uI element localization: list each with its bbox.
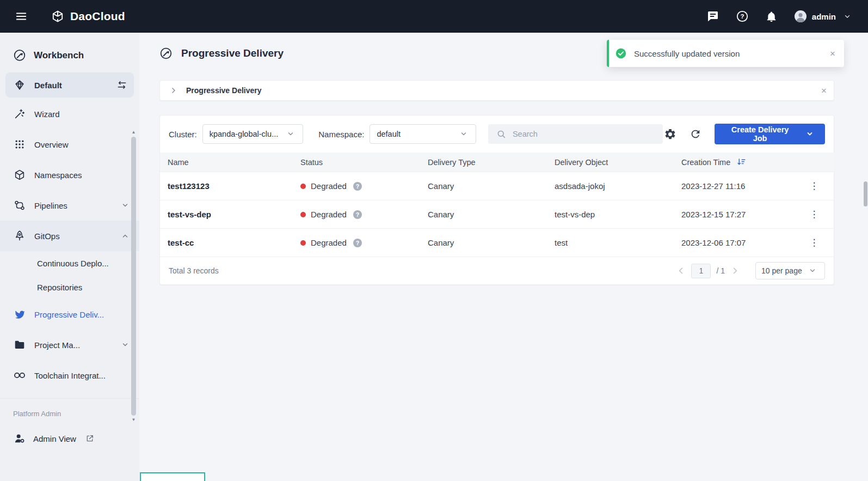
swap-icon[interactable] bbox=[116, 80, 127, 90]
previous-page-icon[interactable] bbox=[676, 266, 686, 276]
progressive-delivery-icon bbox=[159, 45, 173, 62]
table-row: test-cc Degraded ? Canary test 2023-12-0… bbox=[160, 229, 835, 257]
user-menu[interactable]: admin bbox=[794, 7, 854, 26]
job-name[interactable]: test-cc bbox=[160, 229, 293, 257]
search-input[interactable] bbox=[513, 130, 656, 138]
rocket-icon bbox=[13, 230, 26, 242]
status-help-icon[interactable]: ? bbox=[353, 210, 362, 219]
workbench-icon bbox=[13, 48, 26, 63]
sidebar-nav: Default Wizard Overview bbox=[0, 72, 139, 391]
sidebar-item-label: Repositories bbox=[37, 283, 82, 292]
row-actions-kebab-icon[interactable]: ⋮ bbox=[810, 210, 819, 219]
sidebar-item-default[interactable]: Default bbox=[5, 72, 134, 98]
status-help-icon[interactable]: ? bbox=[353, 239, 362, 247]
table-row: test-vs-dep Degraded ? Canary test-vs-de… bbox=[160, 200, 835, 229]
scroll-up-icon[interactable]: ▲ bbox=[132, 130, 136, 135]
create-delivery-job-button[interactable]: Create Delivery Job bbox=[715, 124, 825, 144]
svg-text:?: ? bbox=[740, 13, 744, 20]
per-page-select[interactable]: 10 per page bbox=[755, 262, 825, 279]
sidebar-item-label: Default bbox=[34, 81, 62, 90]
page-total: / 1 bbox=[716, 266, 725, 275]
brand-logo[interactable]: DaoCloud bbox=[51, 8, 125, 25]
sidebar: Workbench Default Wizard bbox=[0, 33, 139, 481]
search-box bbox=[488, 124, 663, 144]
creation-time: 2023-12-15 17:27 bbox=[674, 200, 793, 229]
folder-icon bbox=[13, 339, 26, 351]
topbar-actions: ? admin bbox=[706, 7, 854, 26]
chevron-up-icon bbox=[122, 233, 128, 239]
notifications-icon[interactable] bbox=[765, 10, 778, 23]
namespace-select-value: default bbox=[377, 130, 401, 138]
row-actions-kebab-icon[interactable]: ⋮ bbox=[810, 238, 819, 247]
table-footer: Total 3 records / 1 10 per page bbox=[160, 257, 834, 284]
sidebar-item-repositories[interactable]: Repositories bbox=[0, 275, 139, 299]
status-label: Degraded bbox=[311, 210, 347, 219]
row-actions-kebab-icon[interactable]: ⋮ bbox=[810, 181, 819, 191]
filter-toolbar: Cluster: kpanda-global-clu... Namespace:… bbox=[160, 115, 834, 153]
chevron-down-icon bbox=[284, 131, 297, 137]
sidebar-item-namespaces[interactable]: Namespaces bbox=[0, 160, 139, 190]
messages-icon[interactable] bbox=[706, 10, 719, 23]
status-label: Degraded bbox=[311, 238, 347, 247]
sidebar-scrollbar[interactable]: ▲ ▼ bbox=[130, 130, 137, 423]
table-row: test123123 Degraded ? Canary asdsada-jok… bbox=[160, 172, 835, 200]
sidebar-item-gitops[interactable]: GitOps bbox=[0, 221, 139, 251]
sidebar-item-continuous-deployment[interactable]: Continuous Deplo... bbox=[0, 251, 139, 275]
namespace-select[interactable]: default bbox=[370, 124, 476, 144]
sidebar-item-pipelines[interactable]: Pipelines bbox=[0, 190, 139, 221]
sidebar-item-label: Namespaces bbox=[34, 171, 82, 180]
sidebar-item-label: Overview bbox=[34, 140, 69, 149]
page-title: Progressive Delivery bbox=[181, 47, 284, 59]
sidebar-item-admin-view[interactable]: Admin View bbox=[0, 423, 139, 454]
brand-name: DaoCloud bbox=[70, 10, 125, 23]
job-name[interactable]: test123123 bbox=[160, 172, 293, 200]
status-help-icon[interactable]: ? bbox=[353, 182, 362, 191]
toast-close-icon[interactable]: × bbox=[830, 49, 835, 58]
help-icon[interactable]: ? bbox=[736, 10, 749, 23]
grid-icon bbox=[13, 139, 26, 150]
sidebar-item-project-management[interactable]: Project Ma... bbox=[0, 330, 139, 360]
next-page-icon[interactable] bbox=[730, 266, 740, 276]
sidebar-item-overview[interactable]: Overview bbox=[0, 129, 139, 160]
user-name: admin bbox=[812, 12, 836, 21]
delivery-type: Canary bbox=[420, 229, 547, 257]
page-number-input[interactable] bbox=[691, 264, 711, 278]
creation-time: 2023-12-27 11:16 bbox=[674, 172, 793, 200]
sidebar-item-toolchain-integration[interactable]: Toolchain Integrat... bbox=[0, 360, 139, 391]
daocloud-logo-icon bbox=[51, 8, 64, 25]
search-icon bbox=[495, 129, 508, 139]
cluster-select[interactable]: kpanda-global-clu... bbox=[202, 124, 304, 144]
column-header-creation-time: Creation Time bbox=[674, 153, 793, 172]
job-name[interactable]: test-vs-dep bbox=[160, 200, 293, 229]
breadcrumb-close-icon[interactable]: × bbox=[821, 86, 827, 95]
column-header-actions bbox=[793, 153, 835, 172]
sidebar-scrollbar-thumb[interactable] bbox=[131, 137, 136, 416]
scroll-down-icon[interactable]: ▼ bbox=[132, 417, 136, 423]
status-label: Degraded bbox=[311, 181, 347, 191]
table-tools bbox=[663, 127, 703, 142]
toast-notification: Successfully updated version × bbox=[607, 40, 844, 67]
external-link-icon bbox=[83, 434, 96, 443]
creation-time: 2023-12-06 17:07 bbox=[674, 229, 793, 257]
sidebar-header-workbench[interactable]: Workbench bbox=[0, 33, 139, 70]
breadcrumb-item[interactable]: Progressive Delivery bbox=[186, 86, 262, 95]
breadcrumb: Progressive Delivery × bbox=[159, 80, 834, 101]
sort-descending-icon[interactable] bbox=[735, 157, 748, 167]
admin-user-icon bbox=[13, 433, 26, 445]
infinity-icon bbox=[13, 369, 26, 382]
settings-icon[interactable] bbox=[663, 127, 678, 142]
delivery-object: test bbox=[547, 229, 674, 257]
pagination: / 1 10 per page bbox=[676, 262, 825, 279]
sidebar-item-wizard[interactable]: Wizard bbox=[0, 99, 139, 129]
sidebar-item-progressive-delivery[interactable]: Progressive Deliv... bbox=[0, 299, 139, 330]
chevron-down-icon bbox=[803, 131, 816, 137]
menu-icon[interactable] bbox=[13, 8, 29, 25]
page-scrollbar-thumb[interactable] bbox=[864, 181, 867, 206]
delivery-object: asdsada-jokoj bbox=[547, 172, 674, 200]
delivery-type: Canary bbox=[420, 172, 547, 200]
page-scrollbar[interactable] bbox=[864, 33, 868, 481]
column-header-delivery-object: Delivery Object bbox=[547, 153, 674, 172]
sidebar-item-label: GitOps bbox=[34, 232, 60, 241]
refresh-icon[interactable] bbox=[688, 127, 703, 141]
delivery-type: Canary bbox=[420, 200, 547, 229]
